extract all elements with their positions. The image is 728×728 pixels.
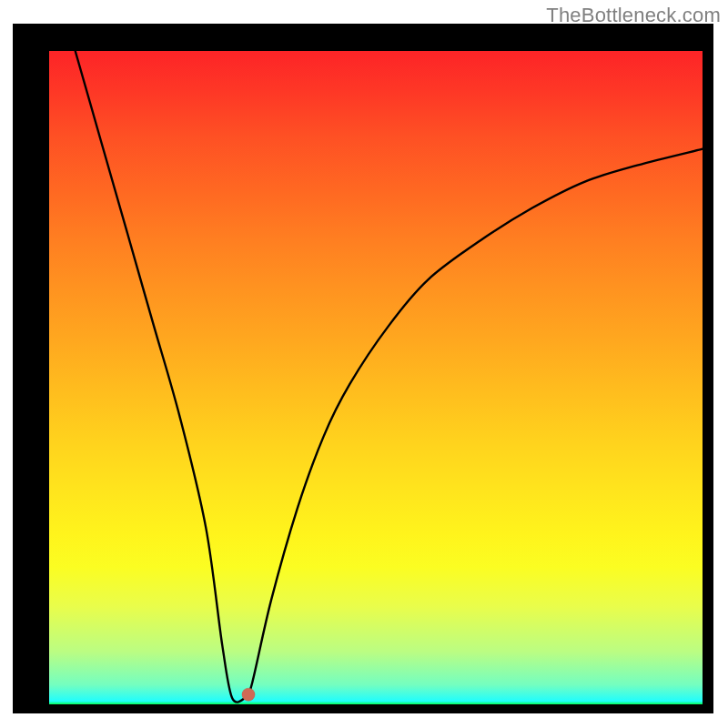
chart-container: TheBottleneck.com: [0, 0, 728, 728]
watermark-text: TheBottleneck.com: [546, 4, 721, 27]
chart-frame: [13, 24, 713, 713]
bottleneck-curve: [49, 51, 703, 704]
optimal-point-marker: [242, 688, 255, 701]
curve-path: [76, 51, 703, 703]
plot-area: [49, 51, 703, 704]
